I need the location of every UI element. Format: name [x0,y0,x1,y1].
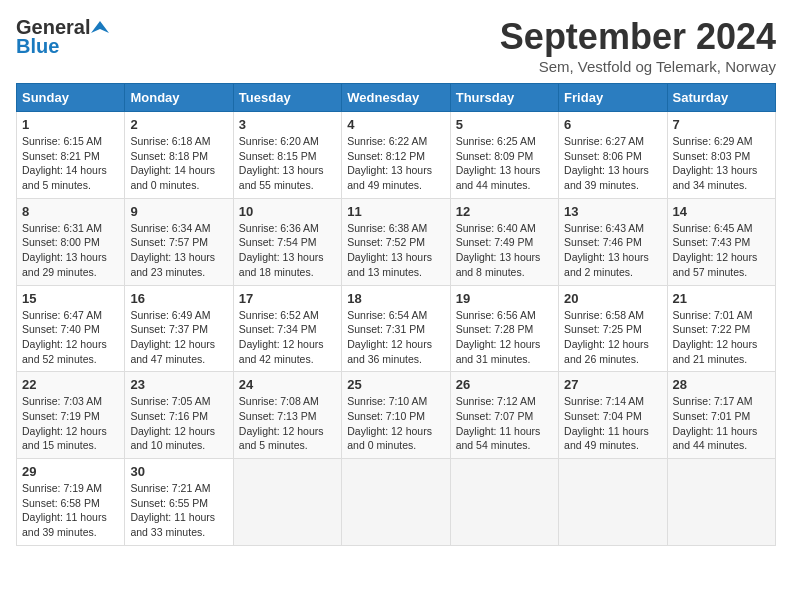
day-number: 7 [673,117,770,132]
calendar-cell: 12Sunrise: 6:40 AMSunset: 7:49 PMDayligh… [450,198,558,285]
header-sunday: Sunday [17,84,125,112]
calendar-cell: 22Sunrise: 7:03 AMSunset: 7:19 PMDayligh… [17,372,125,459]
calendar-cell [450,459,558,546]
calendar-cell: 20Sunrise: 6:58 AMSunset: 7:25 PMDayligh… [559,285,667,372]
calendar-cell: 30Sunrise: 7:21 AMSunset: 6:55 PMDayligh… [125,459,233,546]
day-info: Sunrise: 6:25 AMSunset: 8:09 PMDaylight:… [456,134,553,193]
day-number: 5 [456,117,553,132]
calendar-header-row: SundayMondayTuesdayWednesdayThursdayFrid… [17,84,776,112]
calendar-cell: 6Sunrise: 6:27 AMSunset: 8:06 PMDaylight… [559,112,667,199]
day-number: 10 [239,204,336,219]
calendar-week-1: 1Sunrise: 6:15 AMSunset: 8:21 PMDaylight… [17,112,776,199]
calendar-cell: 29Sunrise: 7:19 AMSunset: 6:58 PMDayligh… [17,459,125,546]
day-number: 21 [673,291,770,306]
day-number: 4 [347,117,444,132]
day-number: 30 [130,464,227,479]
day-number: 13 [564,204,661,219]
calendar-cell: 14Sunrise: 6:45 AMSunset: 7:43 PMDayligh… [667,198,775,285]
day-info: Sunrise: 7:19 AMSunset: 6:58 PMDaylight:… [22,481,119,540]
day-info: Sunrise: 6:47 AMSunset: 7:40 PMDaylight:… [22,308,119,367]
calendar-table: SundayMondayTuesdayWednesdayThursdayFrid… [16,83,776,546]
day-info: Sunrise: 6:54 AMSunset: 7:31 PMDaylight:… [347,308,444,367]
calendar-cell: 5Sunrise: 6:25 AMSunset: 8:09 PMDaylight… [450,112,558,199]
day-number: 19 [456,291,553,306]
calendar-cell: 1Sunrise: 6:15 AMSunset: 8:21 PMDaylight… [17,112,125,199]
logo-bird-icon [91,19,109,37]
day-number: 8 [22,204,119,219]
calendar-cell: 25Sunrise: 7:10 AMSunset: 7:10 PMDayligh… [342,372,450,459]
header-thursday: Thursday [450,84,558,112]
calendar-cell: 19Sunrise: 6:56 AMSunset: 7:28 PMDayligh… [450,285,558,372]
day-info: Sunrise: 7:10 AMSunset: 7:10 PMDaylight:… [347,394,444,453]
svg-marker-0 [91,21,109,33]
day-info: Sunrise: 6:34 AMSunset: 7:57 PMDaylight:… [130,221,227,280]
logo: General Blue [16,16,109,58]
calendar-cell: 21Sunrise: 7:01 AMSunset: 7:22 PMDayligh… [667,285,775,372]
logo-blue-text: Blue [16,35,59,58]
calendar-week-2: 8Sunrise: 6:31 AMSunset: 8:00 PMDaylight… [17,198,776,285]
day-info: Sunrise: 6:58 AMSunset: 7:25 PMDaylight:… [564,308,661,367]
calendar-week-5: 29Sunrise: 7:19 AMSunset: 6:58 PMDayligh… [17,459,776,546]
day-info: Sunrise: 6:18 AMSunset: 8:18 PMDaylight:… [130,134,227,193]
day-number: 22 [22,377,119,392]
calendar-cell: 4Sunrise: 6:22 AMSunset: 8:12 PMDaylight… [342,112,450,199]
day-info: Sunrise: 6:56 AMSunset: 7:28 PMDaylight:… [456,308,553,367]
day-number: 15 [22,291,119,306]
calendar-week-3: 15Sunrise: 6:47 AMSunset: 7:40 PMDayligh… [17,285,776,372]
calendar-cell: 2Sunrise: 6:18 AMSunset: 8:18 PMDaylight… [125,112,233,199]
day-number: 11 [347,204,444,219]
header-tuesday: Tuesday [233,84,341,112]
calendar-cell: 27Sunrise: 7:14 AMSunset: 7:04 PMDayligh… [559,372,667,459]
calendar-cell: 7Sunrise: 6:29 AMSunset: 8:03 PMDaylight… [667,112,775,199]
day-number: 25 [347,377,444,392]
day-info: Sunrise: 7:03 AMSunset: 7:19 PMDaylight:… [22,394,119,453]
day-info: Sunrise: 6:45 AMSunset: 7:43 PMDaylight:… [673,221,770,280]
page-header: General Blue September 2024 Sem, Vestfol… [16,16,776,75]
day-number: 20 [564,291,661,306]
day-number: 29 [22,464,119,479]
day-info: Sunrise: 6:15 AMSunset: 8:21 PMDaylight:… [22,134,119,193]
day-number: 9 [130,204,227,219]
day-number: 17 [239,291,336,306]
day-info: Sunrise: 6:38 AMSunset: 7:52 PMDaylight:… [347,221,444,280]
calendar-cell: 28Sunrise: 7:17 AMSunset: 7:01 PMDayligh… [667,372,775,459]
calendar-cell: 17Sunrise: 6:52 AMSunset: 7:34 PMDayligh… [233,285,341,372]
calendar-cell: 9Sunrise: 6:34 AMSunset: 7:57 PMDaylight… [125,198,233,285]
day-number: 14 [673,204,770,219]
header-saturday: Saturday [667,84,775,112]
day-info: Sunrise: 6:29 AMSunset: 8:03 PMDaylight:… [673,134,770,193]
calendar-cell: 24Sunrise: 7:08 AMSunset: 7:13 PMDayligh… [233,372,341,459]
calendar-cell [342,459,450,546]
day-number: 26 [456,377,553,392]
day-number: 2 [130,117,227,132]
calendar-cell: 10Sunrise: 6:36 AMSunset: 7:54 PMDayligh… [233,198,341,285]
header-wednesday: Wednesday [342,84,450,112]
header-monday: Monday [125,84,233,112]
day-info: Sunrise: 6:31 AMSunset: 8:00 PMDaylight:… [22,221,119,280]
day-number: 12 [456,204,553,219]
day-info: Sunrise: 7:12 AMSunset: 7:07 PMDaylight:… [456,394,553,453]
day-info: Sunrise: 6:22 AMSunset: 8:12 PMDaylight:… [347,134,444,193]
day-number: 23 [130,377,227,392]
day-info: Sunrise: 6:36 AMSunset: 7:54 PMDaylight:… [239,221,336,280]
day-info: Sunrise: 6:40 AMSunset: 7:49 PMDaylight:… [456,221,553,280]
day-info: Sunrise: 6:43 AMSunset: 7:46 PMDaylight:… [564,221,661,280]
title-area: September 2024 Sem, Vestfold og Telemark… [500,16,776,75]
day-info: Sunrise: 7:14 AMSunset: 7:04 PMDaylight:… [564,394,661,453]
calendar-cell [233,459,341,546]
day-number: 27 [564,377,661,392]
calendar-cell [667,459,775,546]
day-number: 1 [22,117,119,132]
calendar-cell: 8Sunrise: 6:31 AMSunset: 8:00 PMDaylight… [17,198,125,285]
subtitle: Sem, Vestfold og Telemark, Norway [500,58,776,75]
calendar-cell: 15Sunrise: 6:47 AMSunset: 7:40 PMDayligh… [17,285,125,372]
day-number: 6 [564,117,661,132]
day-number: 28 [673,377,770,392]
day-number: 3 [239,117,336,132]
calendar-cell: 26Sunrise: 7:12 AMSunset: 7:07 PMDayligh… [450,372,558,459]
header-friday: Friday [559,84,667,112]
calendar-cell [559,459,667,546]
calendar-cell: 3Sunrise: 6:20 AMSunset: 8:15 PMDaylight… [233,112,341,199]
calendar-cell: 23Sunrise: 7:05 AMSunset: 7:16 PMDayligh… [125,372,233,459]
month-title: September 2024 [500,16,776,58]
